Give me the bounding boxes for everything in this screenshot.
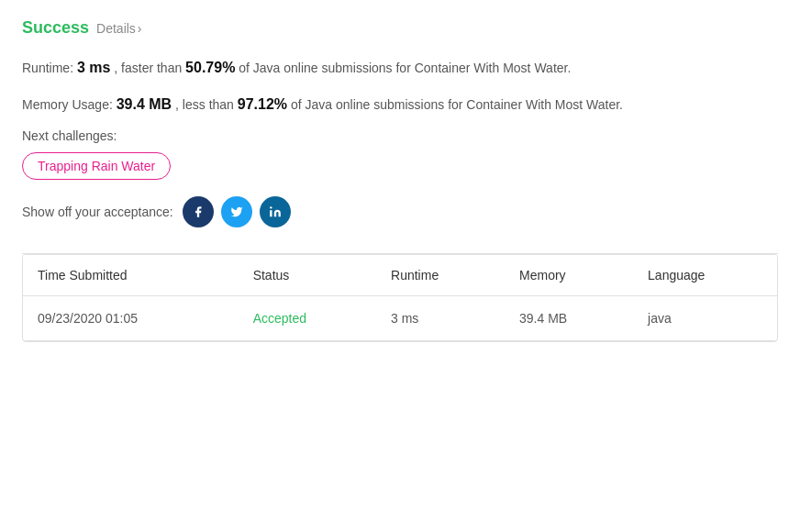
runtime-percentage: 50.79% xyxy=(185,60,235,75)
linkedin-icon[interactable] xyxy=(260,196,291,227)
next-challenges-label: Next challenges: xyxy=(22,128,778,143)
memory-suffix: of Java online submissions for Container… xyxy=(291,97,623,112)
facebook-icon[interactable] xyxy=(183,196,214,227)
cell-time-submitted: 09/23/2020 01:05 xyxy=(23,296,239,341)
runtime-suffix: of Java online submissions for Container… xyxy=(239,61,571,75)
svg-point-0 xyxy=(270,206,272,208)
col-language: Language xyxy=(633,255,777,296)
social-label: Show off your acceptance: xyxy=(22,205,173,219)
cell-language: java xyxy=(633,296,777,341)
social-icons xyxy=(183,196,291,227)
runtime-info: Runtime: 3 ms , faster than 50.79% of Ja… xyxy=(22,56,778,80)
result-header: Success Details › xyxy=(22,18,778,38)
col-time-submitted: Time Submitted xyxy=(23,255,239,296)
memory-percentage: 97.12% xyxy=(238,96,287,112)
details-link[interactable]: Details › xyxy=(96,21,141,36)
chevron-icon: › xyxy=(138,21,142,36)
twitter-icon[interactable] xyxy=(221,196,252,227)
submissions-table-wrapper: Time Submitted Status Runtime Memory Lan… xyxy=(22,254,778,342)
col-memory: Memory xyxy=(505,255,633,296)
memory-info: Memory Usage: 39.4 MB , less than 97.12%… xyxy=(22,93,778,116)
col-status: Status xyxy=(239,255,376,296)
details-label: Details xyxy=(96,21,136,36)
memory-middle: , less than xyxy=(175,97,234,112)
cell-memory: 39.4 MB xyxy=(505,296,633,341)
table-header-row: Time Submitted Status Runtime Memory Lan… xyxy=(23,255,777,296)
submissions-table: Time Submitted Status Runtime Memory Lan… xyxy=(23,255,777,341)
memory-prefix: Memory Usage: xyxy=(22,97,113,112)
challenge-pill[interactable]: Trapping Rain Water xyxy=(22,152,171,180)
social-row: Show off your acceptance: xyxy=(22,196,778,227)
success-label: Success xyxy=(22,18,89,38)
runtime-value: 3 ms xyxy=(77,60,110,75)
cell-status[interactable]: Accepted xyxy=(239,296,376,341)
runtime-prefix: Runtime: xyxy=(22,61,73,75)
table-row: 09/23/2020 01:05 Accepted 3 ms 39.4 MB j… xyxy=(23,296,777,341)
memory-value: 39.4 MB xyxy=(117,96,172,112)
cell-runtime: 3 ms xyxy=(376,296,505,341)
col-runtime: Runtime xyxy=(376,255,505,296)
runtime-middle: , faster than xyxy=(114,61,182,75)
